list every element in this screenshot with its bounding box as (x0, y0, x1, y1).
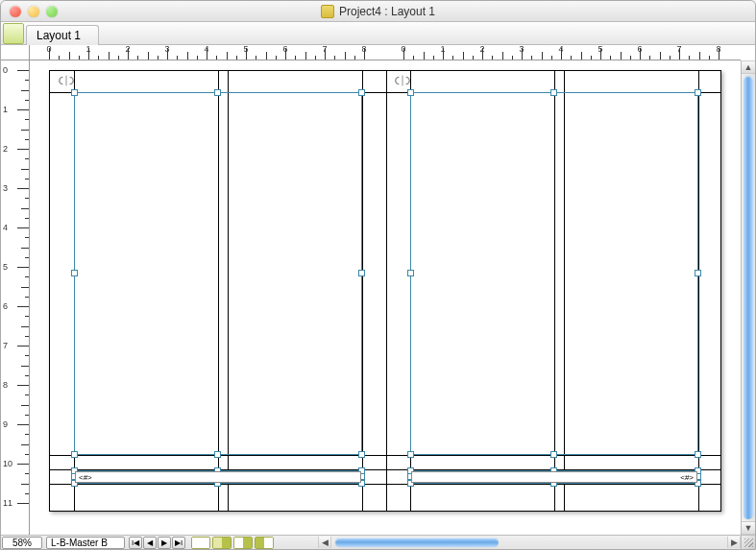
ruler-origin[interactable] (1, 45, 30, 60)
vertical-scrollbar[interactable]: ▲ ▼ (741, 60, 755, 535)
page-number-placeholder: <#> (680, 473, 694, 482)
first-page-button[interactable]: I◀ (129, 537, 142, 549)
window-controls (1, 6, 58, 17)
resize-handle[interactable] (407, 270, 414, 276)
page-spread: <#> <#> (49, 70, 721, 512)
text-link-icon[interactable] (394, 75, 411, 86)
titlebar: Project4 : Layout 1 (1, 1, 755, 22)
zoom-icon[interactable] (46, 6, 58, 17)
window-title: Project4 : Layout 1 (339, 5, 435, 18)
resize-handle[interactable] (71, 89, 78, 96)
resize-handle[interactable] (695, 270, 701, 276)
page-number-placeholder: <#> (79, 473, 92, 482)
guide-row[interactable] (50, 484, 720, 485)
scroll-right-icon[interactable]: ▶ (727, 537, 741, 548)
close-icon[interactable] (10, 6, 21, 17)
document-window: Project4 : Layout 1 Layout 1 01234567801… (0, 0, 756, 550)
scrollbar-thumb[interactable] (335, 538, 499, 547)
guide-row[interactable] (50, 455, 720, 456)
scroll-down-icon[interactable]: ▼ (742, 521, 755, 535)
minimize-icon[interactable] (28, 6, 39, 17)
resize-handle[interactable] (358, 270, 365, 276)
tab-label: Layout 1 (37, 29, 81, 42)
resize-handle[interactable] (358, 89, 365, 96)
resize-handle[interactable] (358, 451, 365, 458)
folio-text-left[interactable]: <#> (75, 471, 361, 483)
view-right-button[interactable] (255, 537, 274, 549)
text-frame-right[interactable] (410, 92, 698, 455)
layout-tab-icon[interactable] (3, 23, 24, 44)
horizontal-scrollbar[interactable]: ◀ ▶ (318, 537, 741, 548)
view-single-button[interactable] (191, 537, 210, 549)
layout-tabbar: Layout 1 (1, 22, 755, 45)
resize-handle[interactable] (407, 89, 414, 96)
guide-margin-inner-left[interactable] (362, 71, 363, 511)
vertical-ruler[interactable]: 01234567891011 (1, 60, 30, 535)
guide-margin-right[interactable] (698, 71, 699, 511)
view-mode-buttons (191, 537, 274, 549)
resize-handle[interactable] (71, 451, 78, 458)
text-link-icon[interactable] (58, 75, 75, 86)
canvas-viewport[interactable]: <#> <#> (30, 60, 741, 535)
resize-handle[interactable] (695, 89, 701, 96)
view-left-button[interactable] (233, 537, 253, 549)
resize-handle[interactable] (407, 451, 414, 458)
text-frame-left[interactable] (74, 92, 362, 455)
zoom-field[interactable]: 58% (2, 537, 42, 549)
layout-tab[interactable]: Layout 1 (26, 25, 99, 45)
resize-handle[interactable] (550, 451, 557, 458)
last-page-button[interactable]: ▶I (172, 537, 185, 549)
resize-handle[interactable] (71, 270, 78, 276)
page-nav: I◀ ◀ ▶ ▶I (129, 537, 185, 549)
resize-handle[interactable] (550, 89, 557, 96)
scroll-up-icon[interactable]: ▲ (742, 60, 755, 74)
document-icon (321, 5, 334, 18)
page-field[interactable]: L-B-Master B (46, 537, 125, 549)
window-resize-grip[interactable] (741, 535, 755, 549)
resize-handle[interactable] (214, 89, 221, 96)
resize-handle[interactable] (214, 451, 221, 458)
resize-handle[interactable] (695, 451, 701, 458)
scrollbar-thumb[interactable] (744, 76, 753, 519)
status-bar: 58% L-B-Master B I◀ ◀ ▶ ▶I ◀ ▶ (1, 535, 741, 549)
folio-text-right[interactable]: <#> (411, 471, 697, 483)
horizontal-ruler[interactable]: 012345678012345678 (30, 45, 741, 60)
next-page-button[interactable]: ▶ (158, 537, 171, 549)
prev-page-button[interactable]: ◀ (143, 537, 157, 549)
page-spine (386, 71, 387, 511)
scroll-left-icon[interactable]: ◀ (318, 537, 331, 548)
title-wrap: Project4 : Layout 1 (1, 5, 755, 18)
view-split-button[interactable] (212, 537, 232, 549)
